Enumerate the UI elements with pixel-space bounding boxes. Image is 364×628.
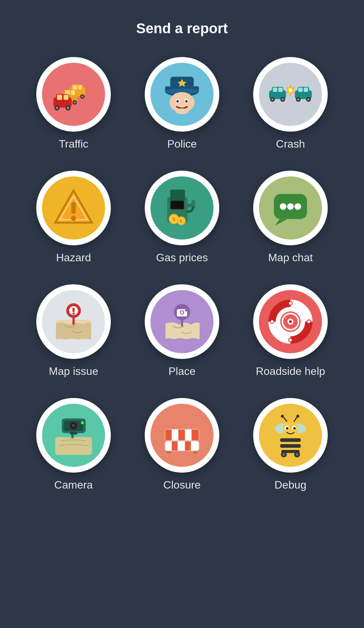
svg-point-92	[289, 338, 292, 342]
camera-item[interactable]: Camera	[29, 398, 118, 491]
svg-point-95	[289, 320, 292, 323]
svg-rect-116	[185, 441, 191, 451]
mapissue-label: Map issue	[49, 365, 98, 378]
svg-point-74	[287, 203, 294, 210]
traffic-icon	[52, 72, 96, 116]
svg-point-126	[286, 427, 288, 430]
svg-rect-85	[185, 309, 187, 311]
svg-rect-79	[73, 308, 75, 312]
roadside-icon-bg	[259, 290, 322, 353]
hazard-icon	[52, 186, 96, 230]
svg-point-53	[289, 89, 292, 92]
svg-rect-18	[57, 95, 62, 100]
place-item[interactable]: Place	[138, 284, 226, 378]
svg-point-48	[307, 98, 310, 101]
svg-rect-113	[165, 441, 199, 451]
crash-label: Crash	[276, 138, 305, 150]
svg-rect-121	[280, 444, 301, 448]
traffic-button[interactable]	[36, 57, 111, 132]
roadside-icon	[268, 300, 312, 344]
svg-point-75	[295, 203, 301, 210]
mapissue-button[interactable]	[36, 284, 111, 359]
svg-rect-110	[165, 430, 172, 441]
police-icon	[160, 72, 204, 116]
mapchat-icon	[268, 186, 312, 230]
crash-item[interactable]: Crash	[246, 57, 335, 150]
closure-button[interactable]	[145, 398, 219, 473]
place-label: Place	[168, 365, 196, 378]
closure-item[interactable]: Closure	[138, 398, 226, 491]
mapchat-item[interactable]: Map chat	[246, 171, 335, 264]
mapchat-button[interactable]	[253, 171, 328, 245]
gas-icon-bg: $ $	[150, 176, 214, 240]
hazard-icon-bg	[42, 176, 105, 240]
svg-marker-132	[289, 453, 292, 454]
hazard-button[interactable]	[36, 171, 111, 245]
svg-point-104	[81, 421, 84, 424]
police-button[interactable]	[145, 57, 219, 132]
svg-rect-46	[298, 88, 303, 92]
svg-point-34	[176, 108, 189, 114]
roadside-button[interactable]	[253, 284, 328, 359]
mapissue-icon-bg	[42, 290, 105, 353]
gas-item[interactable]: $ $ Gas prices	[138, 171, 226, 264]
svg-rect-60	[170, 190, 185, 201]
svg-point-21	[56, 107, 58, 109]
svg-point-32	[177, 100, 179, 103]
svg-rect-111	[178, 430, 185, 441]
svg-point-7	[81, 95, 84, 98]
police-item[interactable]: Police	[138, 57, 226, 150]
mapissue-icon	[52, 300, 96, 344]
place-icon	[160, 300, 204, 344]
roadside-label: Roadside help	[256, 365, 325, 378]
svg-point-134	[282, 453, 285, 456]
traffic-item[interactable]: Traffic	[29, 57, 118, 150]
camera-icon-bg	[42, 404, 105, 467]
svg-rect-62	[171, 202, 184, 209]
crash-icon-bg	[259, 63, 322, 126]
svg-line-128	[283, 417, 287, 421]
page-title: Send a report	[136, 20, 228, 37]
camera-label: Camera	[54, 479, 93, 491]
camera-button[interactable]	[36, 398, 111, 473]
place-icon-bg	[150, 290, 214, 353]
svg-point-84	[181, 311, 183, 314]
svg-rect-45	[304, 88, 308, 92]
svg-rect-3	[78, 85, 82, 90]
svg-rect-115	[172, 441, 178, 451]
svg-point-131	[296, 415, 299, 418]
svg-point-15	[74, 101, 76, 104]
svg-text:$: $	[173, 216, 176, 222]
traffic-icon-bg	[42, 63, 105, 126]
mapchat-label: Map chat	[268, 251, 313, 264]
gas-icon: $ $	[160, 186, 204, 230]
svg-point-40	[271, 98, 274, 101]
place-button[interactable]	[145, 284, 219, 359]
gas-button[interactable]: $ $	[145, 171, 219, 245]
svg-rect-11	[71, 90, 75, 95]
svg-rect-57	[72, 202, 76, 214]
hazard-label: Hazard	[56, 251, 91, 264]
debug-item[interactable]: Debug	[246, 398, 335, 491]
debug-label: Debug	[275, 479, 306, 491]
camera-icon	[52, 413, 96, 457]
svg-rect-105	[70, 432, 77, 435]
svg-point-58	[71, 216, 76, 221]
debug-button[interactable]	[253, 398, 328, 473]
closure-icon	[160, 413, 204, 457]
roadside-item[interactable]: Roadside help	[246, 284, 335, 378]
svg-point-80	[73, 312, 75, 315]
mapissue-item[interactable]: Map issue	[29, 284, 118, 378]
report-grid: Traffic	[29, 57, 335, 491]
police-icon-bg	[150, 63, 214, 126]
traffic-label: Traffic	[59, 138, 88, 150]
svg-rect-19	[64, 95, 68, 100]
svg-rect-2	[73, 85, 77, 90]
mapchat-icon-bg	[259, 176, 322, 240]
crash-button[interactable]	[253, 57, 328, 132]
svg-point-103	[72, 424, 73, 425]
svg-point-91	[307, 320, 311, 324]
closure-icon-bg	[150, 404, 214, 467]
hazard-item[interactable]: Hazard	[29, 171, 118, 264]
svg-point-93	[270, 320, 274, 324]
